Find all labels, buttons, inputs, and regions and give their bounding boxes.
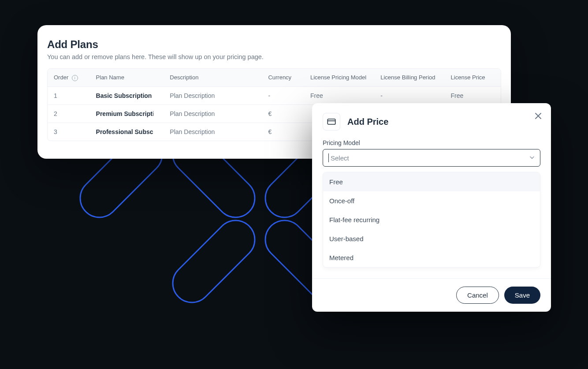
decorative-pill	[164, 212, 264, 311]
panel-subtitle: You can add or remove plans here. These …	[47, 53, 501, 60]
table-row[interactable]: 1Basic SubscriptionPlan Description-Free…	[48, 86, 501, 104]
add-price-modal: Add Price Pricing Model Select FreeOnce-…	[312, 103, 551, 312]
pricing-model-option[interactable]: Metered	[323, 248, 540, 267]
cell-license-pricing-model: Free	[304, 86, 374, 104]
chevron-down-icon	[529, 154, 535, 162]
col-license-billing-period: License Billing Period	[374, 69, 444, 86]
pricing-model-option[interactable]: Flat-fee recurring	[323, 210, 540, 229]
col-license-price: License Price	[445, 69, 501, 86]
cell-order: 2	[48, 104, 90, 123]
cell-currency: €	[262, 104, 304, 123]
pricing-model-select[interactable]: Select	[323, 149, 540, 167]
cell-order: 3	[48, 123, 90, 141]
col-order: Order i	[48, 69, 90, 86]
close-icon[interactable]	[533, 111, 543, 121]
pricing-model-option[interactable]: User-based	[323, 229, 540, 248]
cell-license-price: Free	[445, 86, 501, 104]
pricing-model-label: Pricing Model	[323, 139, 540, 146]
cell-description: Plan Description	[164, 86, 262, 104]
pricing-model-option[interactable]: Free	[323, 172, 540, 191]
col-currency: Currency	[262, 69, 304, 86]
cell-plan-name: Professional Subscription	[90, 123, 164, 141]
panel-title: Add Plans	[47, 38, 501, 51]
pricing-model-options: FreeOnce-offFlat-fee recurringUser-based…	[323, 172, 540, 268]
cell-plan-name: Premium Subscription	[90, 104, 164, 123]
cell-license-billing-period: -	[374, 86, 444, 104]
modal-title: Add Price	[347, 117, 388, 127]
svg-rect-0	[327, 119, 335, 124]
select-placeholder: Select	[331, 154, 349, 162]
col-plan-name: Plan Name	[90, 69, 164, 86]
col-description: Description	[164, 69, 262, 86]
pricing-model-option[interactable]: Once-off	[323, 191, 540, 210]
table-header-row: Order i Plan Name Description Currency L…	[48, 69, 501, 86]
cell-plan-name: Basic Subscription	[90, 86, 164, 104]
cell-currency: -	[262, 86, 304, 104]
cell-order: 1	[48, 86, 90, 104]
save-button[interactable]: Save	[504, 287, 540, 304]
cell-description: Plan Description	[164, 104, 262, 123]
col-license-pricing-model: License Pricing Model	[304, 69, 374, 86]
info-icon[interactable]: i	[72, 75, 78, 81]
cell-currency: €	[262, 123, 304, 141]
cancel-button[interactable]: Cancel	[456, 287, 499, 304]
cell-description: Plan Description	[164, 123, 262, 141]
card-icon	[323, 113, 340, 130]
